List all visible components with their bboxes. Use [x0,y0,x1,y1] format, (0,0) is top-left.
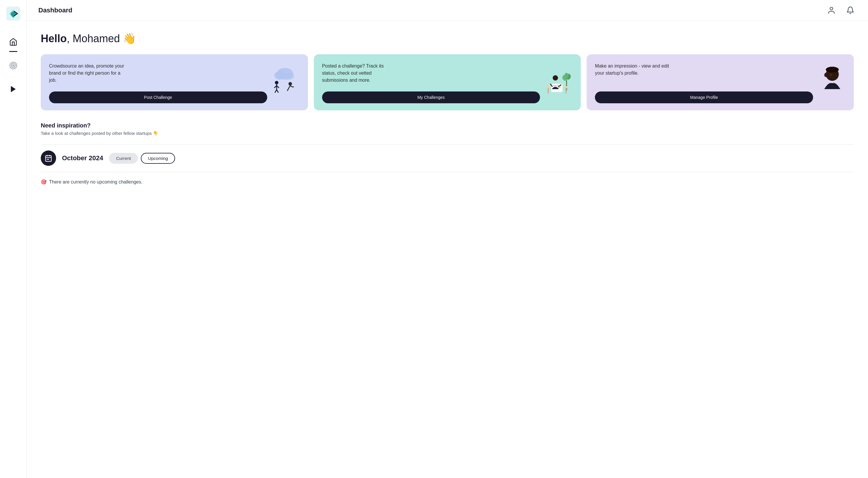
post-challenge-content: Crowdsource an idea, promote your brand … [49,63,267,103]
page-content: Hello, Mohamed 👋 Crowdsource an idea, pr… [27,21,868,478]
manage-profile-text: Make an impression - view and edit your … [595,63,672,77]
calendar-icon [41,151,56,166]
svg-point-2 [11,63,16,68]
svg-point-9 [275,81,278,85]
manage-profile-content: Make an impression - view and edit your … [595,63,813,103]
my-challenges-button[interactable]: My Challenges [322,92,540,103]
divider-top [41,144,854,145]
post-challenge-card: Crowdsource an idea, promote your brand … [41,54,308,110]
svg-point-30 [826,67,839,72]
svg-line-13 [275,90,277,93]
svg-point-5 [830,7,833,10]
sidebar-item-home[interactable] [6,34,21,50]
sidebar-navigation [6,34,21,97]
main-wrapper: Dashboard Hello, Mohamed 👋 [27,0,868,478]
greeting: Hello, Mohamed 👋 [41,32,854,45]
manage-profile-button[interactable]: Manage Profile [595,92,813,103]
manage-profile-card: Make an impression - view and edit your … [587,54,854,110]
svg-point-3 [12,65,14,66]
greeting-name: , Mohamed 👋 [67,32,136,44]
filter-tabs: Current Upcoming [109,153,175,164]
filter-tab-upcoming[interactable]: Upcoming [141,153,175,164]
filter-tab-current[interactable]: Current [109,153,138,164]
sidebar [0,0,27,478]
svg-point-31 [830,74,832,76]
no-challenges-icon: 🎯 [41,179,46,185]
svg-point-7 [274,71,285,79]
post-challenge-illustration [267,63,300,95]
svg-line-14 [277,90,278,93]
post-challenge-button[interactable]: Post Challenge [49,92,267,103]
svg-rect-33 [45,156,51,161]
inspiration-subtitle-text: Take a look at challenges posted by othe… [41,131,159,136]
svg-rect-38 [48,159,49,160]
manage-profile-illustration [813,63,845,95]
sidebar-item-target[interactable] [6,58,21,73]
my-challenges-illustration [540,63,572,95]
month-label: October 2024 [62,154,103,162]
inspiration-title: Need inspiration? [41,122,854,129]
notifications-button[interactable] [844,4,856,16]
my-challenges-card: Posted a challenge? Track its status, ch… [314,54,581,110]
post-challenge-text: Crowdsource an idea, promote your brand … [49,63,126,84]
svg-point-15 [288,82,292,86]
header: Dashboard [27,0,868,21]
my-challenges-text: Posted a challenge? Track its status, ch… [322,63,399,84]
svg-marker-4 [11,86,16,92]
svg-rect-37 [47,159,48,160]
user-profile-button[interactable] [826,4,837,16]
inspiration-section: Need inspiration? Take a look at challen… [41,122,854,136]
no-challenges-message: 🎯 There are currently no upcoming challe… [41,179,854,185]
svg-point-8 [285,72,294,79]
svg-point-32 [824,73,827,77]
page-title: Dashboard [38,6,72,14]
cards-row: Crowdsource an idea, promote your brand … [41,54,854,110]
my-challenges-content: Posted a challenge? Track its status, ch… [322,63,540,103]
divider-bottom [41,172,854,172]
sidebar-logo[interactable] [6,6,21,21]
sidebar-item-play[interactable] [6,82,21,97]
greeting-bold: Hello [41,32,67,44]
inspiration-subtitle: Take a look at challenges posted by othe… [41,131,854,136]
header-icons [826,4,856,16]
no-challenges-text: There are currently no upcoming challeng… [49,180,143,185]
month-filter-row: October 2024 Current Upcoming [41,151,854,166]
svg-point-26 [553,75,558,81]
